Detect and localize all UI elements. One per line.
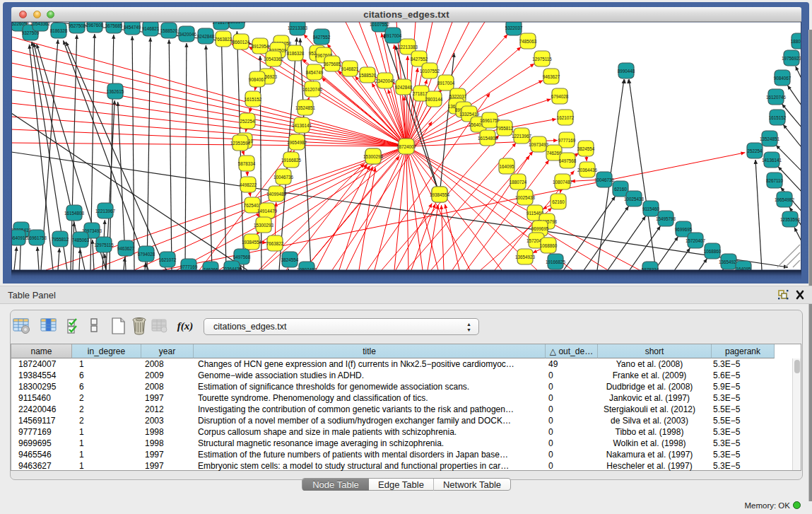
svg-text:8660124: 8660124 xyxy=(233,40,250,45)
svg-text:6497568: 6497568 xyxy=(233,255,251,259)
svg-text:14136141: 14136141 xyxy=(762,158,782,163)
svg-text:7485063: 7485063 xyxy=(72,238,90,243)
svg-text:2803144: 2803144 xyxy=(425,97,443,102)
svg-text:7625402: 7625402 xyxy=(244,203,261,208)
svg-text:15300293: 15300293 xyxy=(254,223,274,228)
svg-text:19166825: 19166825 xyxy=(546,259,566,264)
svg-text:1068860: 1068860 xyxy=(540,243,558,248)
svg-text:16961758: 16961758 xyxy=(27,235,47,240)
svg-text:13524851: 13524851 xyxy=(760,136,780,141)
svg-text:1362615: 1362615 xyxy=(107,89,124,94)
svg-text:8990448: 8990448 xyxy=(618,69,635,74)
svg-text:14136141: 14136141 xyxy=(292,123,312,128)
svg-text:164095: 164095 xyxy=(499,164,514,169)
svg-text:23420046: 23420046 xyxy=(375,78,396,83)
svg-text:14914479: 14914479 xyxy=(257,209,278,214)
svg-text:10046736: 10046736 xyxy=(273,175,294,180)
svg-text:9115460: 9115460 xyxy=(642,206,660,211)
svg-text:8912954: 8912954 xyxy=(252,44,269,49)
svg-text:8454749: 8454749 xyxy=(124,25,141,30)
svg-text:1588520: 1588520 xyxy=(160,28,178,33)
svg-text:16154808: 16154808 xyxy=(478,136,498,141)
svg-text:8917004: 8917004 xyxy=(437,81,455,86)
svg-text:6794028: 6794028 xyxy=(138,252,155,257)
svg-text:12213967: 12213967 xyxy=(512,134,532,139)
svg-text:12353594: 12353594 xyxy=(230,141,251,146)
svg-text:1621072: 1621072 xyxy=(557,115,575,120)
svg-text:3824554: 3824554 xyxy=(281,257,299,262)
svg-text:7955812: 7955812 xyxy=(52,237,69,242)
svg-text:8454749: 8454749 xyxy=(306,70,324,75)
svg-text:252254: 252254 xyxy=(240,119,255,124)
svg-text:10025438: 10025438 xyxy=(515,195,536,200)
svg-text:12213383: 12213383 xyxy=(288,25,308,30)
svg-text:3675685: 3675685 xyxy=(105,23,123,28)
svg-text:9242848: 9242848 xyxy=(395,85,413,90)
svg-text:9527508: 9527508 xyxy=(69,23,86,28)
svg-text:3675685: 3675685 xyxy=(324,62,341,66)
svg-text:7955812: 7955812 xyxy=(496,126,514,131)
svg-text:10543362: 10543362 xyxy=(30,22,51,26)
svg-text:19384554: 19384554 xyxy=(242,240,262,245)
svg-text:1615152: 1615152 xyxy=(769,115,787,120)
svg-text:13325419: 13325419 xyxy=(459,112,480,117)
svg-text:6497568: 6497568 xyxy=(559,158,577,163)
svg-text:8186328: 8186328 xyxy=(287,51,305,56)
svg-text:7485063: 7485063 xyxy=(519,39,537,44)
svg-text:13524851: 13524851 xyxy=(295,105,316,110)
svg-text:8267110: 8267110 xyxy=(766,178,784,183)
svg-text:12353594: 12353594 xyxy=(780,217,801,222)
svg-text:19654982: 19654982 xyxy=(775,197,795,202)
svg-text:18724007: 18724007 xyxy=(396,144,417,149)
svg-text:12213967: 12213967 xyxy=(95,209,116,214)
svg-text:10543362: 10543362 xyxy=(264,57,284,62)
svg-text:10107552: 10107552 xyxy=(420,69,440,74)
svg-text:1621072: 1621072 xyxy=(159,257,177,262)
svg-text:1588520: 1588520 xyxy=(359,73,377,78)
svg-text:10025438: 10025438 xyxy=(624,197,645,201)
svg-text:5322037: 5322037 xyxy=(505,25,523,30)
svg-text:9463627: 9463627 xyxy=(117,246,135,251)
svg-text:f(x): f(x) xyxy=(177,320,194,332)
svg-text:12975115: 12975115 xyxy=(532,57,552,62)
svg-text:10973493: 10973493 xyxy=(529,142,549,147)
svg-text:9084067: 9084067 xyxy=(249,77,266,82)
svg-text:15495798: 15495798 xyxy=(656,216,676,221)
svg-text:9463627: 9463627 xyxy=(543,74,560,79)
svg-text:14099489: 14099489 xyxy=(266,192,287,197)
svg-text:8427552: 8427552 xyxy=(411,57,428,62)
svg-text:252254: 252254 xyxy=(747,148,763,153)
svg-text:3824554: 3824554 xyxy=(577,146,595,151)
svg-text:1615152: 1615152 xyxy=(245,97,262,102)
svg-text:8427552: 8427552 xyxy=(313,35,331,40)
svg-text:62160: 62160 xyxy=(552,199,565,204)
svg-text:15300293: 15300293 xyxy=(363,154,384,159)
svg-text:7663822: 7663822 xyxy=(215,37,233,42)
svg-text:1068860: 1068860 xyxy=(704,249,722,254)
svg-text:15640910: 15640910 xyxy=(11,235,28,240)
svg-text:746266: 746266 xyxy=(546,151,562,156)
svg-text:4498222: 4498222 xyxy=(240,182,257,187)
svg-text:5878334: 5878334 xyxy=(238,161,256,166)
svg-text:16120746: 16120746 xyxy=(766,95,787,100)
svg-text:10046736: 10046736 xyxy=(594,177,615,182)
svg-text:9084067: 9084067 xyxy=(774,76,792,81)
svg-text:12213383: 12213383 xyxy=(398,45,418,49)
svg-text:8186328: 8186328 xyxy=(50,28,68,33)
svg-text:6794028: 6794028 xyxy=(551,94,569,99)
svg-text:19756923: 19756923 xyxy=(782,56,801,61)
svg-text:10107552: 10107552 xyxy=(370,22,390,27)
svg-text:2967608: 2967608 xyxy=(86,23,104,28)
svg-text:10807487: 10807487 xyxy=(553,180,573,185)
svg-text:1880724: 1880724 xyxy=(510,180,527,185)
svg-text:9146821: 9146821 xyxy=(341,66,359,71)
svg-text:16120746: 16120746 xyxy=(302,87,323,92)
svg-text:8917004: 8917004 xyxy=(384,33,402,38)
svg-text:13654923: 13654923 xyxy=(515,255,536,259)
svg-text:9699695: 9699695 xyxy=(675,227,693,232)
svg-text:1880724: 1880724 xyxy=(791,39,801,44)
svg-text:19384554: 19384554 xyxy=(430,192,450,197)
svg-text:9699695: 9699695 xyxy=(531,226,549,231)
svg-text:9146821: 9146821 xyxy=(142,26,160,31)
svg-text:20364436: 20364436 xyxy=(577,168,598,173)
